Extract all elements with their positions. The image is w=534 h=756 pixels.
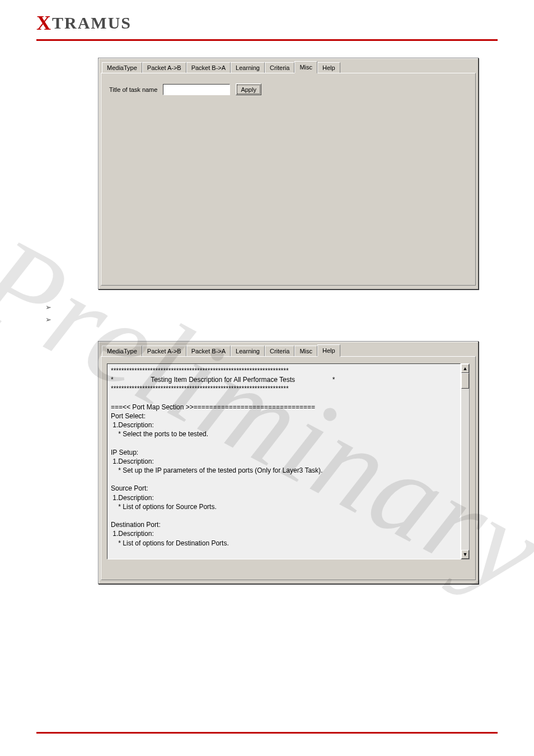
tab-packet-ba[interactable]: Packet B->A (186, 62, 231, 73)
logo-text: TRAMUS (52, 13, 132, 32)
help-scrollbar[interactable]: ▲ ▼ (461, 363, 470, 559)
title-label: Title of task name (109, 86, 157, 93)
title-row: Title of task name Apply (109, 83, 467, 95)
logo-x-mark: X (36, 12, 52, 34)
brand-logo: XTRAMUS (36, 13, 132, 32)
bullet-list: ➢ ➢ (45, 303, 498, 328)
scroll-down-icon[interactable]: ▼ (461, 550, 469, 559)
tab-mediatype[interactable]: MediaType (102, 346, 142, 356)
scroll-track[interactable] (461, 373, 469, 550)
page-header: XTRAMUS (0, 0, 534, 39)
bullet-item: ➢ (45, 303, 498, 315)
tab-criteria[interactable]: Criteria (265, 62, 294, 73)
tab-mediatype[interactable]: MediaType (102, 62, 142, 73)
tabpage-help: ****************************************… (101, 356, 476, 580)
bullet-item: ➢ (45, 315, 498, 328)
help-box-wrap: ****************************************… (107, 363, 470, 559)
tab-help[interactable]: Help (317, 62, 340, 73)
tabstrip-2: MediaType Packet A->B Packet B->A Learni… (101, 344, 476, 356)
footer-rule (36, 732, 498, 734)
tab-misc[interactable]: Misc (294, 346, 317, 356)
title-input[interactable] (163, 84, 230, 95)
tab-criteria[interactable]: Criteria (265, 346, 294, 356)
tab-packet-ab[interactable]: Packet A->B (142, 346, 186, 356)
tab-packet-ba[interactable]: Packet B->A (186, 346, 231, 356)
dialog-help: MediaType Packet A->B Packet B->A Learni… (98, 341, 479, 584)
tabpage-misc: Title of task name Apply (101, 73, 476, 286)
tab-help[interactable]: Help (317, 344, 340, 357)
tab-packet-ab[interactable]: Packet A->B (142, 62, 186, 73)
tab-misc[interactable]: Misc (294, 61, 317, 73)
tabstrip-1: MediaType Packet A->B Packet B->A Learni… (101, 60, 476, 73)
tab-learning[interactable]: Learning (231, 62, 265, 73)
dialog-misc: MediaType Packet A->B Packet B->A Learni… (98, 58, 479, 290)
scroll-up-icon[interactable]: ▲ (461, 364, 469, 373)
scroll-thumb[interactable] (461, 373, 469, 389)
apply-button[interactable]: Apply (236, 83, 261, 95)
tab-learning[interactable]: Learning (231, 346, 265, 356)
help-textarea[interactable]: ****************************************… (107, 363, 461, 559)
